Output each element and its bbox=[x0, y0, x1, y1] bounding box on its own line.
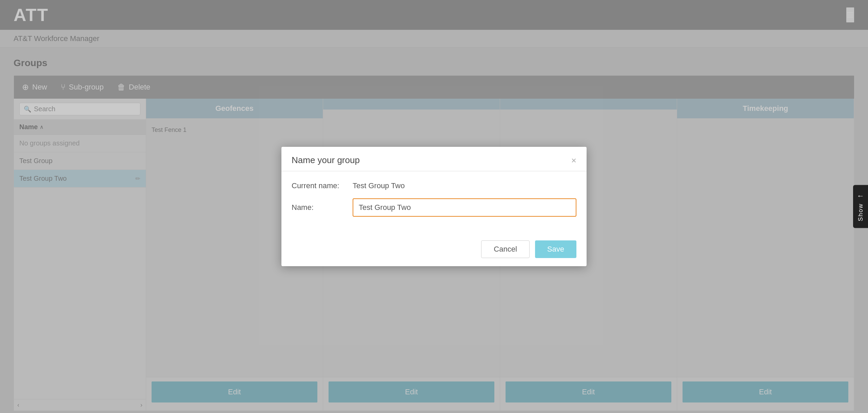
current-name-row: Current name: Test Group Two bbox=[292, 181, 576, 190]
show-tab-label: Show bbox=[857, 203, 864, 221]
dialog-body: Current name: Test Group Two Name: bbox=[281, 171, 587, 235]
show-tab[interactable]: ← Show bbox=[853, 185, 868, 228]
dialog-header: Name your group × bbox=[281, 147, 587, 171]
show-tab-arrow-icon: ← bbox=[857, 192, 864, 200]
name-group-dialog: Name your group × Current name: Test Gro… bbox=[281, 147, 587, 266]
name-label: Name: bbox=[292, 203, 353, 212]
dialog-footer: Cancel Save bbox=[281, 235, 587, 266]
save-button[interactable]: Save bbox=[535, 240, 576, 258]
dialog-title: Name your group bbox=[292, 155, 360, 165]
current-name-label: Current name: bbox=[292, 181, 353, 190]
name-input[interactable] bbox=[353, 198, 576, 217]
current-name-value: Test Group Two bbox=[353, 181, 405, 190]
dialog-close-button[interactable]: × bbox=[571, 156, 576, 165]
cancel-button[interactable]: Cancel bbox=[481, 240, 529, 258]
name-row: Name: bbox=[292, 198, 576, 217]
modal-overlay: Name your group × Current name: Test Gro… bbox=[0, 0, 868, 413]
